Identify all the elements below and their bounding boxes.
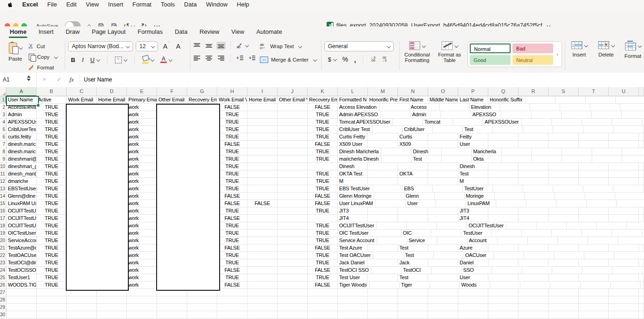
cell-A12[interactable]: dmariche <box>6 178 37 185</box>
cell-M18[interactable] <box>377 222 407 230</box>
cell-G29[interactable] <box>187 304 217 311</box>
cell-N8[interactable]: Dinesh <box>411 148 442 156</box>
cell-I21[interactable] <box>247 244 278 252</box>
cell-R27[interactable] <box>518 289 549 296</box>
menu-item-insert[interactable]: Insert <box>103 1 128 8</box>
comma-style-button[interactable]: , <box>354 56 356 63</box>
cell-P16[interactable]: JIT3 <box>458 207 488 215</box>
cell-I13[interactable] <box>247 185 278 193</box>
cell-H8[interactable]: TRUE <box>217 148 247 156</box>
cell-J14[interactable] <box>278 193 308 200</box>
cell-J4[interactable] <box>278 119 308 126</box>
cell-E24[interactable]: work <box>127 267 157 274</box>
column-header-I[interactable]: I <box>247 87 278 96</box>
cell-L12[interactable]: M <box>338 178 368 185</box>
cell-U17[interactable] <box>609 215 639 222</box>
decrease-indent-button[interactable] <box>236 55 244 61</box>
tab-insert[interactable]: Insert <box>32 28 60 38</box>
row-header-18[interactable]: 18 <box>0 222 6 230</box>
cell-M19[interactable] <box>371 230 401 237</box>
cell-B4[interactable]: TRUE <box>37 119 67 126</box>
row-header-21[interactable]: 21 <box>0 244 6 252</box>
cell-L15[interactable]: User LinuxPAM <box>338 200 376 207</box>
cell-B18[interactable]: TRUE <box>37 222 67 230</box>
cell-J23[interactable] <box>278 259 308 267</box>
cell-B19[interactable]: TRUE <box>37 230 67 237</box>
cell-T23[interactable] <box>579 259 609 267</box>
cell-J17[interactable] <box>278 215 308 222</box>
cell-A1[interactable]: User Name <box>6 96 37 104</box>
cell-M26[interactable] <box>370 281 400 289</box>
row-header-25[interactable]: 25 <box>0 274 6 281</box>
delete-cells-button[interactable]: ✕ Delete <box>595 41 617 73</box>
column-header-R[interactable]: R <box>518 87 549 96</box>
increase-decimal-button[interactable]: ←0 .00 <box>370 56 375 63</box>
cell-A29[interactable] <box>6 304 37 311</box>
cell-I28[interactable] <box>247 296 278 304</box>
cell-K7[interactable]: FALSE <box>308 141 338 148</box>
row-header-3[interactable]: 3 <box>0 111 6 119</box>
column-header-H[interactable]: H <box>217 87 247 96</box>
column-header-M[interactable]: M <box>368 87 398 96</box>
cell-U3[interactable] <box>622 111 644 119</box>
borders-button[interactable] <box>115 56 127 63</box>
cell-E19[interactable]: work <box>127 230 157 237</box>
wrap-text-button[interactable]: abc↩ Wrap Text <box>260 41 318 51</box>
cell-B7[interactable]: TRUE <box>37 141 67 148</box>
cell-H9[interactable]: TRUE <box>217 156 247 163</box>
cell-B1[interactable]: Active <box>37 96 67 104</box>
column-header-A[interactable]: A <box>6 87 37 96</box>
cell-B10[interactable]: TRUE <box>37 163 67 170</box>
cell-R15[interactable] <box>526 200 556 207</box>
cell-R2[interactable] <box>530 104 560 111</box>
cell-O23[interactable] <box>428 259 458 267</box>
cell-J11[interactable] <box>278 170 308 178</box>
name-box[interactable]: A1 <box>0 73 37 87</box>
column-header-N[interactable]: N <box>398 87 428 96</box>
cell-T5[interactable] <box>583 126 613 133</box>
cell-J12[interactable] <box>278 178 308 185</box>
cell-Q8[interactable] <box>502 148 532 156</box>
cell-T30[interactable] <box>579 311 609 319</box>
row-header-13[interactable]: 13 <box>0 185 6 193</box>
cell-I26[interactable] <box>247 281 278 289</box>
cell-R11[interactable] <box>518 170 549 178</box>
cell-U13[interactable] <box>613 185 644 193</box>
cell-M12[interactable] <box>368 178 398 185</box>
cell-A19[interactable]: OICTestUser <box>6 230 37 237</box>
cell-T3[interactable] <box>592 111 622 119</box>
cell-B24[interactable]: TRUE <box>37 267 67 274</box>
cell-L14[interactable]: Glenn Moringe <box>338 193 374 200</box>
cell-Q15[interactable] <box>496 200 526 207</box>
cell-A4[interactable]: APEXSSOUse <box>6 119 37 126</box>
cell-J25[interactable] <box>278 274 308 281</box>
cell-Q19[interactable] <box>492 230 522 237</box>
cell-O2[interactable] <box>440 104 470 111</box>
cell-I20[interactable] <box>247 237 278 244</box>
cell-E25[interactable]: work <box>127 274 157 281</box>
menu-item-format[interactable]: Format <box>128 1 156 8</box>
cell-N12[interactable] <box>398 178 428 185</box>
row-header-8[interactable]: 8 <box>0 148 6 156</box>
cell-U29[interactable] <box>609 304 639 311</box>
cell-O12[interactable] <box>428 178 458 185</box>
cell-H11[interactable]: TRUE <box>217 170 247 178</box>
name-box-stepper[interactable] <box>27 75 31 81</box>
cell-N15[interactable]: User <box>406 200 436 207</box>
cell-Q27[interactable] <box>488 289 518 296</box>
cell-N18[interactable] <box>407 222 437 230</box>
cell-U5[interactable] <box>613 126 644 133</box>
cell-T15[interactable] <box>587 200 617 207</box>
cell-P5[interactable]: Test <box>463 126 493 133</box>
row-header-7[interactable]: 7 <box>0 141 6 148</box>
cell-L18[interactable]: OCIJITTestUser <box>338 222 377 230</box>
cell-K4[interactable]: TRUE <box>308 119 338 126</box>
cell-I5[interactable] <box>247 126 278 133</box>
cell-P21[interactable]: Azure <box>458 244 488 252</box>
cell-M11[interactable] <box>368 170 398 178</box>
cell-S9[interactable] <box>562 156 592 163</box>
cell-S26[interactable] <box>550 281 581 289</box>
menu-item-help[interactable]: Help <box>232 1 254 8</box>
cell-N21[interactable]: Test <box>398 244 428 252</box>
cell-K20[interactable]: TRUE <box>308 237 338 244</box>
